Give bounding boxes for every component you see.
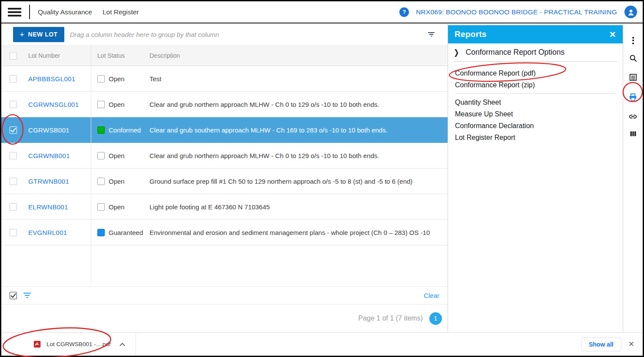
user-avatar-icon[interactable] xyxy=(624,6,637,18)
search-icon[interactable] xyxy=(628,53,638,63)
pdf-file-icon xyxy=(33,340,41,348)
clear-filter-link[interactable]: Clear xyxy=(424,292,439,299)
status-label: Open xyxy=(109,178,125,185)
row-checkbox[interactable] xyxy=(10,178,17,185)
chevron-right-icon[interactable]: ❯ xyxy=(454,48,459,57)
column-header-description[interactable]: Description xyxy=(145,46,448,66)
close-icon[interactable]: ✕ xyxy=(609,30,616,39)
row-checkbox[interactable] xyxy=(10,203,17,211)
table-row[interactable]: CGRWSB001 Conformed Clear and grub south… xyxy=(1,117,448,143)
grid-filter-row: Clear xyxy=(1,286,448,304)
status-label: Open xyxy=(109,203,125,211)
column-header-lot-number[interactable]: Lot Number xyxy=(25,46,91,66)
app-title: Quality Assurance xyxy=(38,8,92,16)
status-label: Open xyxy=(109,75,125,83)
status-label: Open xyxy=(109,101,125,108)
links-divider xyxy=(455,93,616,94)
help-icon[interactable]: ? xyxy=(399,7,409,17)
top-bar: Quality Assurance Lot Register ? NRX069:… xyxy=(1,1,643,23)
page-1-button[interactable]: 1 xyxy=(429,312,442,325)
download-filename: Lot CGRWSB001 -....pdf xyxy=(46,341,111,347)
report-link[interactable]: Conformance Report (zip) xyxy=(455,79,623,91)
row-checkbox[interactable] xyxy=(10,75,17,83)
reports-panel-title: Reports xyxy=(455,30,487,39)
status-swatch xyxy=(97,126,105,134)
report-links-primary: Conformance Report (pdf)Conformance Repo… xyxy=(455,67,623,91)
plus-icon: + xyxy=(20,30,25,39)
topbar-divider xyxy=(29,5,30,19)
hamburger-menu-icon[interactable] xyxy=(8,8,21,17)
status-swatch xyxy=(97,152,105,159)
grid-toolbar: + NEW LOT Drag a column header here to g… xyxy=(1,23,448,45)
reports-panel: Reports ✕ ❯ Conformance Report Options C… xyxy=(448,23,623,332)
lot-number-link[interactable]: CGRWSB001 xyxy=(28,126,70,134)
printer-icon[interactable] xyxy=(628,92,638,102)
page-title: Lot Register xyxy=(103,8,139,16)
row-checkbox[interactable] xyxy=(10,152,17,159)
row-checkbox[interactable] xyxy=(10,229,17,236)
status-swatch xyxy=(97,178,105,185)
table-row[interactable]: EVGNRL001 Guaranteed Environmental and e… xyxy=(1,220,448,245)
table-body: APBBBSGL001 Open Test CGRWNSGL001 Open C xyxy=(1,66,448,245)
row-description: Clear and grub southern approach MLHW - … xyxy=(149,126,388,134)
download-item[interactable]: Lot CGRWSB001 -....pdf xyxy=(1,333,136,356)
lot-list-icon[interactable] xyxy=(628,72,638,83)
new-lot-button[interactable]: + NEW LOT xyxy=(13,27,64,42)
table-row[interactable]: GTRWNB001 Open Ground surface prep fill … xyxy=(1,169,448,194)
row-description: Clear and grub northern approach MLHW - … xyxy=(149,152,379,159)
report-link[interactable]: Quantity Sheet xyxy=(455,96,623,108)
conformance-report-options[interactable]: ❯ Conformance Report Options xyxy=(448,43,623,61)
report-link[interactable]: Conformance Report (pdf) xyxy=(455,67,623,79)
column-chooser-icon[interactable] xyxy=(628,129,638,139)
row-description: Clear and grub northern approach MLHW - … xyxy=(149,101,379,108)
row-description: Light pole footing at E 467360 N 7103645 xyxy=(149,203,270,211)
table-row[interactable]: CGRWNSGL001 Open Clear and grub northern… xyxy=(1,92,448,117)
select-all-checkbox[interactable] xyxy=(10,52,17,60)
group-by-hint: Drag a column header here to group by th… xyxy=(70,31,219,38)
main-content: + NEW LOT Drag a column header here to g… xyxy=(1,23,643,332)
report-links-secondary: Quantity SheetMeasure Up SheetConformanc… xyxy=(455,96,623,143)
status-label: Conformed xyxy=(109,126,141,134)
status-swatch xyxy=(97,75,105,83)
row-description: Environmental and erosion and sediment m… xyxy=(149,229,430,236)
row-description: Test xyxy=(149,75,162,83)
table-row[interactable]: APBBBSGL001 Open Test xyxy=(1,66,448,92)
table-header: Lot Number Lot Status Description xyxy=(1,45,448,66)
lot-grid: + NEW LOT Drag a column header here to g… xyxy=(1,23,448,332)
lot-number-link[interactable]: EVGNRL001 xyxy=(28,229,67,236)
report-link[interactable]: Measure Up Sheet xyxy=(455,108,623,120)
status-label: Open xyxy=(109,152,125,159)
filter-icon[interactable] xyxy=(428,32,435,36)
status-swatch xyxy=(97,229,105,236)
column-header-lot-status[interactable]: Lot Status xyxy=(91,46,145,66)
status-swatch xyxy=(97,101,105,108)
page-info: Page 1 of 1 (7 items) xyxy=(358,314,423,322)
active-filter-icon[interactable] xyxy=(23,293,31,298)
project-name[interactable]: NRX069: BOONOO BOONOO BRIDGE - PRACTICAL… xyxy=(416,8,617,16)
table-row[interactable]: CGRWNB001 Open Clear and grub northern a… xyxy=(1,143,448,169)
lot-number-link[interactable]: APBBBSGL001 xyxy=(28,75,75,83)
more-menu-icon[interactable] xyxy=(628,35,638,46)
row-checkbox[interactable] xyxy=(10,101,17,108)
link-icon[interactable] xyxy=(628,111,638,122)
pagination-bar: Page 1 of 1 (7 items) 1 xyxy=(1,304,448,332)
chevron-up-icon[interactable] xyxy=(120,343,125,348)
status-swatch xyxy=(97,203,105,211)
lot-number-link[interactable]: ELRWNB001 xyxy=(28,203,68,211)
app-window: Quality Assurance Lot Register ? NRX069:… xyxy=(0,0,644,357)
table-row[interactable]: ELRWNB001 Open Light pole footing at E 4… xyxy=(1,194,448,220)
show-all-button[interactable]: Show all xyxy=(581,337,621,351)
download-bar-close-icon[interactable]: ✕ xyxy=(628,340,634,349)
side-toolbar xyxy=(623,23,643,332)
lot-number-link[interactable]: CGRWNB001 xyxy=(28,152,70,159)
report-link[interactable]: Conformance Declaration xyxy=(455,120,623,132)
filter-active-checkbox[interactable] xyxy=(10,292,17,299)
row-checkbox[interactable] xyxy=(10,126,17,134)
lot-number-link[interactable]: GTRWNB001 xyxy=(28,178,69,185)
report-link[interactable]: Lot Register Report xyxy=(455,132,623,143)
download-bar: Lot CGRWSB001 -....pdf Show all ✕ xyxy=(1,332,643,356)
reports-panel-header: Reports ✕ xyxy=(448,25,623,43)
row-description: Ground surface prep fill #1 Ch 50 to 129… xyxy=(149,178,412,185)
status-label: Guaranteed xyxy=(109,229,143,236)
lot-number-link[interactable]: CGRWNSGL001 xyxy=(28,101,79,108)
